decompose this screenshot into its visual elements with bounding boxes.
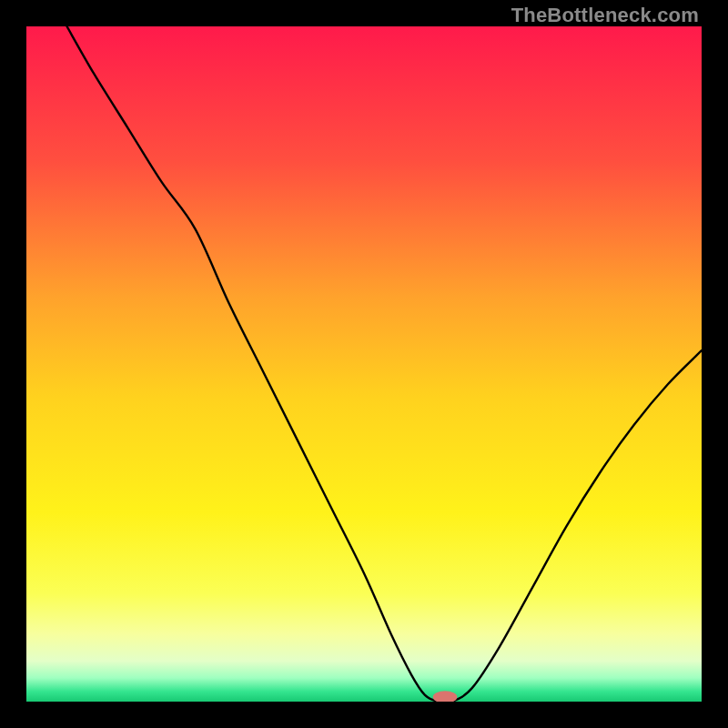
chart-frame: TheBottleneck.com bbox=[0, 0, 728, 728]
watermark-label: TheBottleneck.com bbox=[511, 4, 699, 27]
plot-area bbox=[26, 26, 702, 702]
bottleneck-chart bbox=[26, 26, 702, 702]
